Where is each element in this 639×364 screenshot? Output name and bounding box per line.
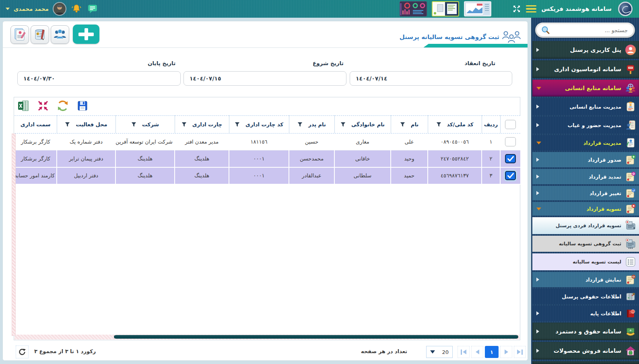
- filter-icon[interactable]: [65, 122, 70, 127]
- row-checkbox[interactable]: [505, 171, 516, 180]
- collapse-icon[interactable]: [36, 99, 50, 112]
- sidebar-item-hr-system[interactable]: سامانه منابع انسانی: [532, 80, 639, 97]
- sidebar-item-individual-settlement[interactable]: تسویه قرارداد فردی پرسنل: [532, 217, 639, 234]
- column-header-last-name[interactable]: نام خانوادگی: [334, 116, 391, 134]
- table-row[interactable]: ٣٤٥٦٩٨٧٦١٣٧حمیدسلطانیعبدالقادر٠٠٠١هلدینگ…: [14, 167, 520, 184]
- start-date-field[interactable]: ١٤٠٤/٠٧/١٥: [183, 71, 346, 86]
- add-button[interactable]: [73, 25, 99, 44]
- sidebar-item-office-automation[interactable]: سامانه اتوماسیون اداری: [532, 60, 639, 78]
- sidebar-item-contract-change[interactable]: تغییر قرارداد: [532, 186, 639, 200]
- horizontal-scrollbar-thumb[interactable]: [114, 335, 518, 339]
- fullscreen-icon[interactable]: [512, 4, 521, 13]
- conclusion-date-value: ١٤٠٤/٠٧/١٤: [356, 75, 388, 82]
- first-page-button[interactable]: [458, 346, 470, 358]
- chevron-left-icon: [536, 175, 539, 179]
- chevron-left-icon: [536, 67, 539, 71]
- people-group-button[interactable]: [51, 25, 69, 44]
- menu-hamburger-icon[interactable]: [526, 5, 536, 13]
- current-page-button[interactable]: ١: [485, 346, 499, 358]
- refresh-icon[interactable]: [56, 99, 70, 112]
- select-all-checkbox[interactable]: [505, 120, 516, 129]
- column-header-row-number[interactable]: ردیف: [482, 116, 500, 134]
- filter-icon[interactable]: [340, 122, 346, 127]
- sidebar-item-base-info[interactable]: اطلاعات پایه: [532, 306, 639, 321]
- notifications-bell-icon[interactable]: [70, 3, 82, 15]
- sidebar-item-group-annual-settlement[interactable]: ثبت گروهی تسویه سالیانه: [532, 236, 639, 252]
- sidebar-item-contract-renewal[interactable]: تمدید قرارداد: [532, 169, 639, 184]
- note-renew-icon: [625, 171, 637, 183]
- column-header-position[interactable]: سمت اداری: [14, 116, 57, 134]
- filter-icon[interactable]: [235, 122, 240, 127]
- workspace-thumbnail-current[interactable]: [432, 1, 459, 16]
- sidebar-item-sales-system[interactable]: سامانه فروش محصولات: [532, 342, 639, 360]
- conclusion-date-label: تاریخ انعقاد: [465, 60, 495, 66]
- sidebar-item-attendance-management[interactable]: مدیریت حضور و غیاب: [532, 117, 639, 134]
- table-row[interactable]: ١٠٨٩٠٤٥٠٠٥٦علیمغاریحسین١٨١١٥٦مدیر معدن ا…: [14, 134, 520, 150]
- end-date-field[interactable]: ١٤٠٤/٠٧/٣٠: [17, 71, 181, 86]
- table-row[interactable]: ٢٢٤٧٠٥٥٢٨٤٢وحیدخاقانیمحمدحسن٠٠٠١هلدینگهل…: [14, 150, 520, 167]
- column-header-work-location[interactable]: محل فعالیت: [57, 116, 115, 134]
- row-checkbox[interactable]: [505, 137, 516, 146]
- dropdown-caret-icon: [430, 350, 435, 354]
- column-header-father-name[interactable]: نام پدر: [289, 116, 334, 134]
- sidebar-item-contract-issue[interactable]: صدور قرارداد: [532, 152, 639, 167]
- sidebar-item-contract-settlement[interactable]: تسویه قرارداد: [532, 202, 639, 216]
- sidebar-search: [535, 23, 635, 38]
- vertical-scrollbar[interactable]: [12, 134, 16, 336]
- search-icon: [541, 25, 550, 35]
- settlement-table: ردیف کد ملی/کد نام نام خانوادگی نام پدر …: [14, 115, 520, 185]
- column-header-company[interactable]: شرکت: [115, 116, 175, 134]
- avatar-photo: [54, 3, 66, 15]
- select-all-column-header: [500, 116, 520, 134]
- sidebar-item-contract-management[interactable]: مدیریت قرارداد: [532, 135, 639, 150]
- conclusion-date-field[interactable]: ١٤٠٤/٠٧/١٤: [350, 71, 512, 86]
- user-name[interactable]: محمد محمدی: [14, 6, 49, 12]
- note-plus-icon: [625, 154, 637, 166]
- filter-icon[interactable]: [436, 122, 441, 127]
- contract-report-button[interactable]: [10, 25, 29, 44]
- divider: [3, 47, 528, 48]
- per-page-select[interactable]: 20: [426, 346, 453, 358]
- column-header-first-name[interactable]: نام: [391, 116, 428, 134]
- filter-icon[interactable]: [131, 122, 136, 127]
- column-header-chart-code[interactable]: کد چارت اداری: [229, 116, 289, 134]
- refresh-records-button[interactable]: [16, 345, 29, 358]
- messages-chat-icon[interactable]: [87, 3, 99, 15]
- horizontal-scrollbar[interactable]: [14, 335, 519, 339]
- topbar: محمد محمدی: [0, 0, 639, 18]
- money-hand-icon: [625, 325, 637, 337]
- user-menu-caret-icon[interactable]: [6, 8, 10, 10]
- grid-footer: رکورد ١ تا ٣ از مجموع ٣ تعداد در هر صفحه…: [3, 343, 528, 361]
- filter-icon[interactable]: [181, 122, 187, 127]
- sidebar-item-personnel-panel[interactable]: پنل کاربری پرسنل: [532, 41, 639, 59]
- search-input[interactable]: [550, 24, 633, 36]
- sidebar-item-hr-management[interactable]: مدیریت منابع انسانی: [532, 98, 639, 115]
- workspace-thumbnail-dashboard[interactable]: [400, 1, 427, 16]
- excel-export-icon[interactable]: [16, 99, 31, 112]
- sidebar-item-contract-view[interactable]: نمایش قرارداد: [532, 272, 639, 287]
- workspace-thumbnail-report[interactable]: [464, 1, 491, 16]
- start-date-value: ١٤٠٤/٠٧/١٥: [190, 75, 221, 82]
- filter-icon[interactable]: [400, 122, 405, 127]
- chevron-left-icon: [536, 329, 539, 333]
- row-checkbox[interactable]: [505, 154, 516, 163]
- sidebar-item-payroll-system[interactable]: سامانه حقوق و دستمزد: [532, 323, 639, 340]
- chevron-left-icon: [536, 48, 539, 52]
- end-date-value: ١٤٠٤/٠٧/٣٠: [23, 75, 55, 82]
- avatar[interactable]: [53, 2, 66, 16]
- chevron-left-icon: [536, 311, 539, 315]
- last-page-button[interactable]: [514, 346, 526, 358]
- application-window: محمد محمدی: [0, 0, 639, 364]
- sidebar-item-personnel-legal-info[interactable]: اطلاعات حقوقی پرسنل: [532, 289, 639, 304]
- save-icon[interactable]: [75, 99, 90, 112]
- next-page-button[interactable]: [500, 346, 512, 358]
- previous-page-button[interactable]: [471, 346, 483, 358]
- note-change-icon: [625, 187, 637, 199]
- attendance-icon: [625, 119, 637, 131]
- column-header-chart[interactable]: چارت اداری: [175, 116, 229, 134]
- chevron-down-icon: [536, 208, 541, 210]
- invoice-button[interactable]: [31, 25, 49, 44]
- column-header-national-id[interactable]: کد ملی/کد: [428, 116, 482, 134]
- filter-icon[interactable]: [297, 122, 303, 127]
- sidebar-item-annual-settlement-list[interactable]: لیست تسویه سالیانه: [532, 253, 639, 270]
